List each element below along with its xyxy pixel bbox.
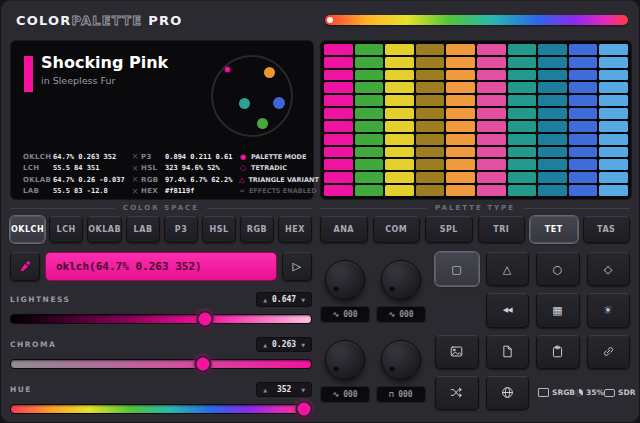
palette-cell[interactable] [416,82,445,93]
step-down-icon[interactable]: ▼ [301,342,305,348]
palette-cell[interactable] [355,147,384,158]
palette-cell[interactable] [508,134,537,145]
palette-cell[interactable] [538,108,567,119]
palette-cell[interactable] [477,172,506,183]
step-down-icon[interactable]: ▼ [301,387,305,393]
palette-cell[interactable] [416,57,445,68]
lightness-stepper[interactable]: ▲ 0.647 ▼ [256,292,312,307]
palette-cell[interactable] [569,108,598,119]
palette-cell[interactable] [508,44,537,55]
color-space-lch-button[interactable]: LCH [49,216,83,243]
palette-cell[interactable] [477,108,506,119]
palette-cell[interactable] [446,147,475,158]
palette-cell[interactable] [599,185,628,196]
variant-circle-button[interactable]: ○ [536,252,580,286]
color-space-rgb-button[interactable]: RGB [240,216,274,243]
palette-cell[interactable] [477,159,506,170]
link-button[interactable] [587,335,631,369]
color-space-hex-button[interactable]: HEX [278,216,312,243]
palette-cell[interactable] [477,121,506,132]
palette-cell[interactable] [446,172,475,183]
palette-cell[interactable] [446,159,475,170]
palette-cell[interactable] [538,121,567,132]
palette-cell[interactable] [508,185,537,196]
palette-cell[interactable] [599,121,628,132]
palette-cell[interactable] [446,44,475,55]
copy-icon[interactable]: × [129,152,141,161]
palette-cell[interactable] [477,57,506,68]
palette-cell[interactable] [355,95,384,106]
palette-cell[interactable] [385,82,414,93]
palette-cell[interactable] [324,70,353,81]
palette-cell[interactable] [599,57,628,68]
palette-cell[interactable] [355,121,384,132]
palette-cell[interactable] [508,172,537,183]
variant-triangle-button[interactable]: △ [486,252,530,286]
palette-cell[interactable] [385,57,414,68]
palette-cell[interactable] [569,147,598,158]
copy-icon[interactable]: × [129,164,141,173]
color-space-oklch-button[interactable]: OKLCH [10,216,45,243]
palette-type-spl-button[interactable]: SPL [425,216,473,243]
palette-cell[interactable] [599,70,628,81]
palette-cell[interactable] [569,95,598,106]
palette-cell[interactable] [508,108,537,119]
copy-icon[interactable]: × [129,175,141,184]
color-input[interactable] [45,252,277,281]
palette-cell[interactable] [538,57,567,68]
palette-cell[interactable] [569,44,598,55]
grid-view-button[interactable]: ▦ [536,293,580,327]
palette-cell[interactable] [569,159,598,170]
color-wheel[interactable] [211,55,293,137]
eyedropper-button[interactable] [10,252,40,281]
palette-cell[interactable] [324,57,353,68]
palette-cell[interactable] [416,121,445,132]
palette-cell[interactable] [538,147,567,158]
lightness-slider-thumb[interactable] [197,311,214,328]
palette-cell[interactable] [416,147,445,158]
palette-cell[interactable] [599,108,628,119]
hue-stepper[interactable]: ▲ 352 ▼ [256,382,312,397]
knob-2[interactable] [381,260,421,300]
palette-cell[interactable] [385,147,414,158]
palette-cell[interactable] [477,44,506,55]
palette-cell[interactable] [355,185,384,196]
step-up-icon[interactable]: ▲ [263,342,267,348]
hue-slider-thumb[interactable] [296,401,313,418]
palette-cell[interactable] [569,134,598,145]
wheel-dot-teal[interactable] [239,98,250,109]
palette-cell[interactable] [355,57,384,68]
palette-cell[interactable] [599,159,628,170]
wheel-dot-orange[interactable] [264,67,275,78]
palette-cell[interactable] [355,134,384,145]
palette-cell[interactable] [385,95,414,106]
palette-cell[interactable] [355,44,384,55]
palette-cell[interactable] [508,159,537,170]
palette-cell[interactable] [508,57,537,68]
palette-cell[interactable] [569,82,598,93]
rewind-button[interactable]: ◀◀ [486,293,530,327]
palette-cell[interactable] [355,172,384,183]
palette-type-tet-button[interactable]: TET [530,216,578,243]
palette-cell[interactable] [477,82,506,93]
palette-cell[interactable] [569,57,598,68]
palette-cell[interactable] [477,134,506,145]
palette-cell[interactable] [538,159,567,170]
palette-cell[interactable] [385,121,414,132]
export-file-button[interactable] [486,335,530,369]
palette-cell[interactable] [569,172,598,183]
palette-cell[interactable] [446,82,475,93]
palette-cell[interactable] [324,95,353,106]
palette-cell[interactable] [508,95,537,106]
step-down-icon[interactable]: ▼ [301,297,305,303]
palette-cell[interactable] [324,134,353,145]
shuffle-button[interactable] [435,376,479,410]
palette-cell[interactable] [446,108,475,119]
palette-cell[interactable] [355,70,384,81]
palette-cell[interactable] [385,159,414,170]
palette-cell[interactable] [446,95,475,106]
palette-cell[interactable] [599,147,628,158]
palette-cell[interactable] [599,172,628,183]
palette-cell[interactable] [385,44,414,55]
lightness-slider[interactable] [10,314,312,324]
